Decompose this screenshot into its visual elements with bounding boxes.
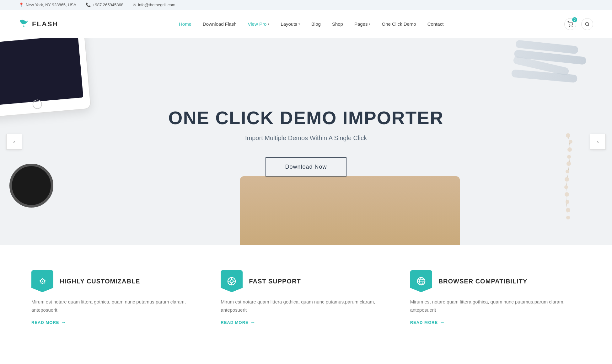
feature-desc-browser: Mirum est notare quam littera gothica, q… [410,298,581,314]
tablet-screen [0,38,83,106]
slider-prev-button[interactable]: ‹ [6,134,22,150]
cart-icon [567,21,573,27]
address-text: New York, NY 928865, USA [26,3,76,7]
logo-text: FLASH [32,20,58,28]
main-nav: Home Download Flash View Pro ▾ Layouts ▾… [179,21,443,27]
feature-browser: BROWSER COMPATIBILITY Mirum est notare q… [410,270,581,325]
phone-text: +987 265945868 [93,3,123,7]
hero-subtitle: Import Multiple Demos Within A Single Cl… [168,135,443,142]
chevron-icon: ▾ [369,22,370,26]
svg-point-13 [566,200,569,204]
slider-next-button[interactable]: › [590,134,606,150]
email-text: info@themegrill.com [138,3,175,7]
svg-point-5 [569,140,572,144]
svg-point-1 [572,26,572,27]
cart-button[interactable]: 0 [564,18,576,30]
feature-desc-customizable: Mirum est notare quam littera gothica, q… [31,298,202,314]
nav-shop[interactable]: Shop [332,21,343,27]
svg-point-8 [566,161,571,166]
email-icon: ✉ [133,3,136,7]
svg-point-9 [566,170,569,173]
logo-bird-icon [19,18,29,30]
svg-point-15 [566,216,570,219]
search-icon [585,22,590,27]
nav-pages[interactable]: Pages ▾ [354,21,371,27]
hero-title: ONE CLICK DEMO IMPORTER [168,107,443,128]
hero-section: ONE CLICK DEMO IMPORTER Import Multiple … [0,38,612,245]
feature-header-customizable: ⚙ HIGHLY CUSTOMIZABLE [31,270,202,292]
location-icon: 📍 [19,3,24,7]
support-icon [227,276,237,286]
svg-line-3 [588,25,589,26]
feature-title-browser: BROWSER COMPATIBILITY [438,278,528,285]
cart-badge: 0 [572,17,577,22]
svg-point-12 [565,192,569,197]
svg-point-6 [567,147,572,152]
nav-download-flash[interactable]: Download Flash [203,21,237,27]
arrow-icon: → [61,319,66,325]
top-bar: 📍 New York, NY 928865, USA 📞 +987 265945… [0,0,612,10]
svg-point-7 [567,155,571,159]
svg-point-4 [566,133,570,138]
browser-icon [416,276,426,286]
feature-icon-box-support [221,270,243,292]
gear-icon: ⚙ [39,277,46,286]
hero-cta-button[interactable]: Download Now [266,157,346,177]
feature-header-browser: BROWSER COMPATIBILITY [410,270,581,292]
feature-customizable: ⚙ HIGHLY CUSTOMIZABLE Mirum est notare q… [31,270,202,325]
nav-one-click-demo[interactable]: One Click Demo [382,21,416,27]
phone-icon: 📞 [86,3,91,7]
search-button[interactable] [581,18,593,30]
features-section: ⚙ HIGHLY CUSTOMIZABLE Mirum est notare q… [0,245,612,344]
chevron-icon: ▾ [298,22,300,26]
svg-point-2 [585,22,589,26]
hero-tablet-device [0,38,91,118]
read-more-support[interactable]: READ MORE → [221,319,391,325]
nav-layouts[interactable]: Layouts ▾ [281,21,300,27]
header-actions: 0 [564,18,593,30]
site-header: FLASH Home Download Flash View Pro ▾ Lay… [0,10,612,38]
read-more-customizable[interactable]: READ MORE → [31,319,202,325]
chevron-icon: ▾ [268,22,269,26]
feature-icon-box-customizable: ⚙ [31,270,53,292]
hero-laptop [240,176,460,245]
feature-title-support: FAST SUPPORT [249,278,301,285]
svg-point-11 [564,185,568,189]
next-arrow-icon: › [597,139,599,145]
hero-pearls [543,132,593,226]
svg-point-17 [230,280,233,283]
coffee-cup [9,164,53,208]
address-item: 📍 New York, NY 928865, USA [19,3,76,7]
svg-point-10 [565,177,569,182]
feature-desc-support: Mirum est notare quam littera gothica, q… [221,298,391,314]
nav-contact[interactable]: Contact [427,21,444,27]
nav-blog[interactable]: Blog [311,21,321,27]
feature-header-support: FAST SUPPORT [221,270,391,292]
features-grid: ⚙ HIGHLY CUSTOMIZABLE Mirum est notare q… [31,270,581,325]
feature-icon-box-browser [410,270,432,292]
prev-arrow-icon: ‹ [13,139,15,145]
hero-coffee-cup [9,164,63,220]
feature-title-customizable: HIGHLY CUSTOMIZABLE [60,278,140,285]
phone-item: 📞 +987 265945868 [86,3,123,7]
arrow-icon: → [440,319,445,325]
svg-point-0 [569,26,570,27]
arrow-icon: → [250,319,256,325]
nav-home[interactable]: Home [179,21,191,27]
email-item: ✉ info@themegrill.com [133,3,175,7]
svg-point-14 [566,208,570,212]
nav-view-pro[interactable]: View Pro ▾ [248,21,270,27]
hero-content: ONE CLICK DEMO IMPORTER Import Multiple … [168,107,443,177]
hero-blueprints [507,39,603,113]
feature-support: FAST SUPPORT Mirum est notare quam litte… [221,270,391,325]
logo[interactable]: FLASH [19,18,58,30]
read-more-browser[interactable]: READ MORE → [410,319,581,325]
